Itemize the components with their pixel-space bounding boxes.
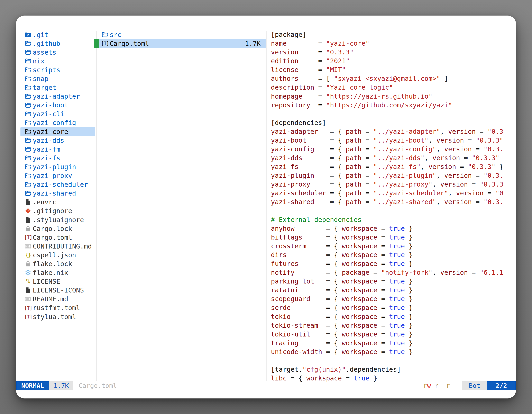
sidebar-item[interactable]: yazi-core: [20, 127, 95, 136]
json-icon: {}: [24, 251, 32, 259]
toml-icon: [T]: [24, 313, 32, 320]
sidebar-item[interactable]: yazi-config: [20, 118, 95, 127]
folder-open-icon: [24, 93, 32, 100]
counter-badge: 2/2: [487, 381, 516, 390]
sidebar-item[interactable]: LICENSE-ICONS: [20, 286, 95, 295]
item-label: .gitignore: [33, 207, 72, 215]
folder-open-icon: [24, 66, 32, 74]
sidebar-item[interactable]: yazi-proxy: [20, 171, 95, 180]
sidebar-item[interactable]: .envrc: [20, 198, 95, 207]
sidebar-item[interactable]: yazi-cli: [20, 110, 95, 118]
sidebar-item[interactable]: snap: [20, 74, 95, 83]
sidebar-item[interactable]: CONTRIBUTING.md: [20, 242, 95, 250]
item-label: yazi-cli: [33, 110, 64, 118]
folder-open-icon: [24, 181, 32, 188]
file-icon: [24, 216, 32, 223]
item-label: stylua.toml: [33, 313, 76, 321]
sidebar-item[interactable]: README.md: [20, 295, 95, 304]
sidebar-item[interactable]: {} cspell.json: [20, 250, 95, 259]
sidebar-item[interactable]: flake.lock: [20, 259, 95, 268]
code-line: yazi-shared = { path = "../yazi-shared",…: [271, 198, 515, 206]
item-label: README.md: [33, 295, 68, 303]
sidebar-item[interactable]: .styluaignore: [20, 215, 95, 224]
sidebar-item[interactable]: [T] Cargo.toml: [20, 233, 95, 242]
sidebar-item[interactable]: yazi-shared: [20, 189, 95, 198]
sidebar-item[interactable]: yazi-adapter: [20, 92, 95, 101]
item-label: rustfmt.toml: [33, 304, 80, 312]
selection-marker: [94, 39, 99, 48]
key-icon: [24, 278, 32, 285]
current-pane: src [T] Cargo.toml 1.7K: [94, 30, 266, 48]
sidebar-item[interactable]: .github: [20, 39, 95, 48]
desktop-background: { "colors": { "accent_blue": "#0d5cbe", …: [0, 0, 532, 414]
file-size: 1.7K: [245, 40, 261, 48]
sidebar-item[interactable]: [T] stylua.toml: [20, 312, 95, 321]
code-line: futures = { workspace = true }: [271, 259, 515, 268]
code-line: repository = "https://github.com/sxyazi/…: [271, 101, 515, 110]
sidebar-item[interactable]: yazi-fs: [20, 154, 95, 163]
folder-open-icon: [24, 49, 32, 56]
sidebar-item[interactable]: LICENSE: [20, 277, 95, 286]
file-list-item[interactable]: src: [94, 30, 266, 39]
sidebar-item[interactable]: scripts: [20, 66, 95, 74]
item-label: flake.lock: [33, 260, 72, 268]
item-label: yazi-boot: [33, 101, 68, 109]
sidebar-item[interactable]: target: [20, 83, 95, 92]
sidebar-item[interactable]: yazi-dds: [20, 136, 95, 145]
item-label: .git: [33, 31, 48, 39]
item-label: assets: [33, 48, 57, 56]
sidebar-item[interactable]: yazi-boot: [20, 101, 95, 110]
item-label: yazi-shared: [33, 189, 76, 197]
sidebar-item[interactable]: nix: [20, 57, 95, 66]
code-line: [271, 356, 515, 365]
parent-pane: .git .github assets nix scripts snap tar…: [20, 30, 95, 321]
item-label: yazi-scheduler: [33, 181, 88, 188]
file-list-item[interactable]: [T] Cargo.toml 1.7K: [94, 39, 266, 48]
sidebar-item[interactable]: Cargo.lock: [20, 224, 95, 233]
code-line: tracing = { workspace = true }: [271, 339, 515, 347]
yazi-file-manager-window: .git .github assets nix scripts snap tar…: [16, 16, 516, 398]
folder-open-icon: [24, 163, 32, 171]
sidebar-item[interactable]: assets: [20, 48, 95, 57]
sidebar-item[interactable]: yazi-scheduler: [20, 180, 95, 189]
item-label: scripts: [33, 66, 60, 74]
markdown-icon: [24, 295, 32, 303]
item-label: LICENSE: [33, 278, 60, 285]
code-line: anyhow = { workspace = true }: [271, 224, 515, 233]
folder-open-icon: [24, 137, 32, 144]
folder-open-icon: [24, 128, 32, 135]
sidebar-item[interactable]: yazi-fm: [20, 145, 95, 154]
item-label: yazi-adapter: [33, 92, 80, 100]
toml-icon: [T]: [101, 40, 109, 47]
code-line: yazi-proxy = { path = "../yazi-proxy", v…: [271, 180, 515, 189]
code-line: dirs = { workspace = true }: [271, 250, 515, 259]
code-line: [target."cfg(unix)".dependencies]: [271, 365, 515, 374]
code-line: yazi-adapter = { path = "../yazi-adapter…: [271, 127, 515, 136]
sidebar-item[interactable]: flake.nix: [20, 268, 95, 277]
mode-badge: NORMAL: [16, 381, 49, 390]
file-icon: [24, 198, 32, 206]
code-line: tokio = { workspace = true }: [271, 312, 515, 321]
folder-open-icon: [101, 31, 109, 39]
code-line: serde = { workspace = true }: [271, 303, 515, 312]
folder-open-icon: [24, 190, 32, 197]
code-line: license = "MIT": [271, 66, 515, 74]
sidebar-item[interactable]: .git: [20, 30, 95, 39]
code-line: yazi-fs = { path = "../yazi-fs", version…: [271, 163, 515, 171]
code-line: yazi-config = { path = "../yazi-config",…: [271, 145, 515, 154]
selection-marker: [94, 30, 99, 39]
sidebar-item[interactable]: .gitignore: [20, 207, 95, 215]
code-line: version = "0.3.3": [271, 48, 515, 57]
lock-icon: [24, 260, 32, 268]
code-line: notify = { package = "notify-fork", vers…: [271, 268, 515, 277]
folder-open-icon: [24, 110, 32, 118]
toml-icon: [T]: [24, 304, 32, 311]
item-label: .envrc: [33, 198, 57, 206]
item-label: src: [110, 31, 122, 39]
sidebar-item[interactable]: [T] rustfmt.toml: [20, 304, 95, 312]
toml-icon: [T]: [24, 234, 32, 241]
sidebar-item[interactable]: yazi-plugin: [20, 163, 95, 171]
code-line: [271, 207, 515, 215]
markdown-icon: [24, 243, 32, 250]
status-file-name: Cargo.toml: [79, 382, 117, 389]
